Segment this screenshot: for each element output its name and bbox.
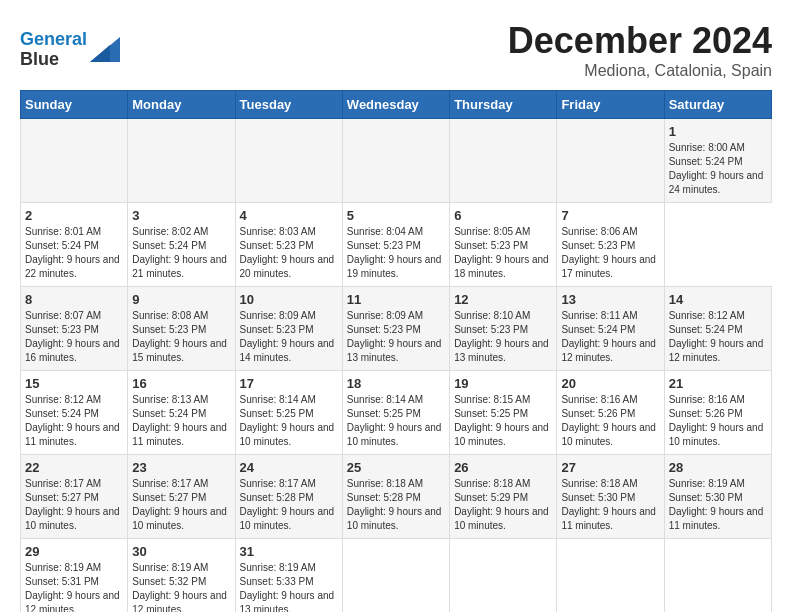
day-number: 8 — [25, 292, 123, 307]
day-info: Sunrise: 8:10 AMSunset: 5:23 PMDaylight:… — [454, 310, 549, 363]
calendar-cell: 12Sunrise: 8:10 AMSunset: 5:23 PMDayligh… — [450, 287, 557, 371]
calendar-cell: 14Sunrise: 8:12 AMSunset: 5:24 PMDayligh… — [664, 287, 771, 371]
day-number: 27 — [561, 460, 659, 475]
calendar-week-row: 22Sunrise: 8:17 AMSunset: 5:27 PMDayligh… — [21, 455, 772, 539]
day-number: 9 — [132, 292, 230, 307]
day-info: Sunrise: 8:17 AMSunset: 5:27 PMDaylight:… — [132, 478, 227, 531]
header-cell-sunday: Sunday — [21, 91, 128, 119]
day-number: 26 — [454, 460, 552, 475]
day-info: Sunrise: 8:14 AMSunset: 5:25 PMDaylight:… — [347, 394, 442, 447]
calendar-cell: 30Sunrise: 8:19 AMSunset: 5:32 PMDayligh… — [128, 539, 235, 613]
calendar-cell: 5Sunrise: 8:04 AMSunset: 5:23 PMDaylight… — [342, 203, 449, 287]
day-info: Sunrise: 8:17 AMSunset: 5:27 PMDaylight:… — [25, 478, 120, 531]
calendar-cell: 29Sunrise: 8:19 AMSunset: 5:31 PMDayligh… — [21, 539, 128, 613]
day-number: 29 — [25, 544, 123, 559]
calendar-week-row: 8Sunrise: 8:07 AMSunset: 5:23 PMDaylight… — [21, 287, 772, 371]
calendar-cell — [342, 539, 449, 613]
day-number: 30 — [132, 544, 230, 559]
day-number: 11 — [347, 292, 445, 307]
day-number: 24 — [240, 460, 338, 475]
day-number: 22 — [25, 460, 123, 475]
day-number: 7 — [561, 208, 659, 223]
day-info: Sunrise: 8:19 AMSunset: 5:30 PMDaylight:… — [669, 478, 764, 531]
day-number: 1 — [669, 124, 767, 139]
title-area: December 2024 Mediona, Catalonia, Spain — [508, 20, 772, 80]
calendar-cell: 23Sunrise: 8:17 AMSunset: 5:27 PMDayligh… — [128, 455, 235, 539]
calendar-cell: 11Sunrise: 8:09 AMSunset: 5:23 PMDayligh… — [342, 287, 449, 371]
day-info: Sunrise: 8:00 AMSunset: 5:24 PMDaylight:… — [669, 142, 764, 195]
day-number: 25 — [347, 460, 445, 475]
calendar-cell — [450, 119, 557, 203]
calendar-table: SundayMondayTuesdayWednesdayThursdayFrid… — [20, 90, 772, 612]
calendar-cell — [664, 539, 771, 613]
header-cell-friday: Friday — [557, 91, 664, 119]
day-number: 18 — [347, 376, 445, 391]
calendar-cell: 9Sunrise: 8:08 AMSunset: 5:23 PMDaylight… — [128, 287, 235, 371]
day-number: 19 — [454, 376, 552, 391]
calendar-cell: 17Sunrise: 8:14 AMSunset: 5:25 PMDayligh… — [235, 371, 342, 455]
calendar-cell — [342, 119, 449, 203]
day-info: Sunrise: 8:18 AMSunset: 5:30 PMDaylight:… — [561, 478, 656, 531]
day-info: Sunrise: 8:16 AMSunset: 5:26 PMDaylight:… — [669, 394, 764, 447]
day-number: 6 — [454, 208, 552, 223]
calendar-cell — [450, 539, 557, 613]
day-number: 15 — [25, 376, 123, 391]
day-info: Sunrise: 8:09 AMSunset: 5:23 PMDaylight:… — [347, 310, 442, 363]
calendar-cell — [557, 119, 664, 203]
header-cell-thursday: Thursday — [450, 91, 557, 119]
day-number: 28 — [669, 460, 767, 475]
calendar-header-row: SundayMondayTuesdayWednesdayThursdayFrid… — [21, 91, 772, 119]
day-info: Sunrise: 8:16 AMSunset: 5:26 PMDaylight:… — [561, 394, 656, 447]
calendar-cell: 26Sunrise: 8:18 AMSunset: 5:29 PMDayligh… — [450, 455, 557, 539]
day-info: Sunrise: 8:11 AMSunset: 5:24 PMDaylight:… — [561, 310, 656, 363]
header-cell-monday: Monday — [128, 91, 235, 119]
calendar-cell: 13Sunrise: 8:11 AMSunset: 5:24 PMDayligh… — [557, 287, 664, 371]
day-number: 13 — [561, 292, 659, 307]
header-cell-wednesday: Wednesday — [342, 91, 449, 119]
calendar-cell: 31Sunrise: 8:19 AMSunset: 5:33 PMDayligh… — [235, 539, 342, 613]
calendar-cell: 8Sunrise: 8:07 AMSunset: 5:23 PMDaylight… — [21, 287, 128, 371]
calendar-cell: 16Sunrise: 8:13 AMSunset: 5:24 PMDayligh… — [128, 371, 235, 455]
calendar-cell: 20Sunrise: 8:16 AMSunset: 5:26 PMDayligh… — [557, 371, 664, 455]
day-number: 12 — [454, 292, 552, 307]
day-info: Sunrise: 8:07 AMSunset: 5:23 PMDaylight:… — [25, 310, 120, 363]
calendar-cell: 27Sunrise: 8:18 AMSunset: 5:30 PMDayligh… — [557, 455, 664, 539]
calendar-cell: 24Sunrise: 8:17 AMSunset: 5:28 PMDayligh… — [235, 455, 342, 539]
calendar-cell — [557, 539, 664, 613]
calendar-cell: 21Sunrise: 8:16 AMSunset: 5:26 PMDayligh… — [664, 371, 771, 455]
logo: GeneralBlue — [20, 30, 120, 70]
day-info: Sunrise: 8:19 AMSunset: 5:32 PMDaylight:… — [132, 562, 227, 612]
calendar-cell: 10Sunrise: 8:09 AMSunset: 5:23 PMDayligh… — [235, 287, 342, 371]
header-cell-saturday: Saturday — [664, 91, 771, 119]
day-number: 23 — [132, 460, 230, 475]
calendar-week-row: 15Sunrise: 8:12 AMSunset: 5:24 PMDayligh… — [21, 371, 772, 455]
day-number: 20 — [561, 376, 659, 391]
day-number: 3 — [132, 208, 230, 223]
calendar-cell — [128, 119, 235, 203]
day-info: Sunrise: 8:19 AMSunset: 5:33 PMDaylight:… — [240, 562, 335, 612]
calendar-subtitle: Mediona, Catalonia, Spain — [508, 62, 772, 80]
day-number: 14 — [669, 292, 767, 307]
day-info: Sunrise: 8:09 AMSunset: 5:23 PMDaylight:… — [240, 310, 335, 363]
calendar-cell — [21, 119, 128, 203]
day-number: 21 — [669, 376, 767, 391]
calendar-cell: 1Sunrise: 8:00 AMSunset: 5:24 PMDaylight… — [664, 119, 771, 203]
calendar-cell — [235, 119, 342, 203]
day-info: Sunrise: 8:08 AMSunset: 5:23 PMDaylight:… — [132, 310, 227, 363]
day-info: Sunrise: 8:04 AMSunset: 5:23 PMDaylight:… — [347, 226, 442, 279]
calendar-cell: 25Sunrise: 8:18 AMSunset: 5:28 PMDayligh… — [342, 455, 449, 539]
calendar-title: December 2024 — [508, 20, 772, 62]
day-info: Sunrise: 8:13 AMSunset: 5:24 PMDaylight:… — [132, 394, 227, 447]
day-number: 16 — [132, 376, 230, 391]
calendar-week-row: 29Sunrise: 8:19 AMSunset: 5:31 PMDayligh… — [21, 539, 772, 613]
day-info: Sunrise: 8:05 AMSunset: 5:23 PMDaylight:… — [454, 226, 549, 279]
calendar-cell: 4Sunrise: 8:03 AMSunset: 5:23 PMDaylight… — [235, 203, 342, 287]
day-info: Sunrise: 8:03 AMSunset: 5:23 PMDaylight:… — [240, 226, 335, 279]
day-info: Sunrise: 8:18 AMSunset: 5:29 PMDaylight:… — [454, 478, 549, 531]
calendar-cell: 3Sunrise: 8:02 AMSunset: 5:24 PMDaylight… — [128, 203, 235, 287]
day-number: 31 — [240, 544, 338, 559]
calendar-cell: 6Sunrise: 8:05 AMSunset: 5:23 PMDaylight… — [450, 203, 557, 287]
day-info: Sunrise: 8:12 AMSunset: 5:24 PMDaylight:… — [669, 310, 764, 363]
logo-text: GeneralBlue — [20, 30, 87, 70]
header: GeneralBlue December 2024 Mediona, Catal… — [20, 20, 772, 80]
